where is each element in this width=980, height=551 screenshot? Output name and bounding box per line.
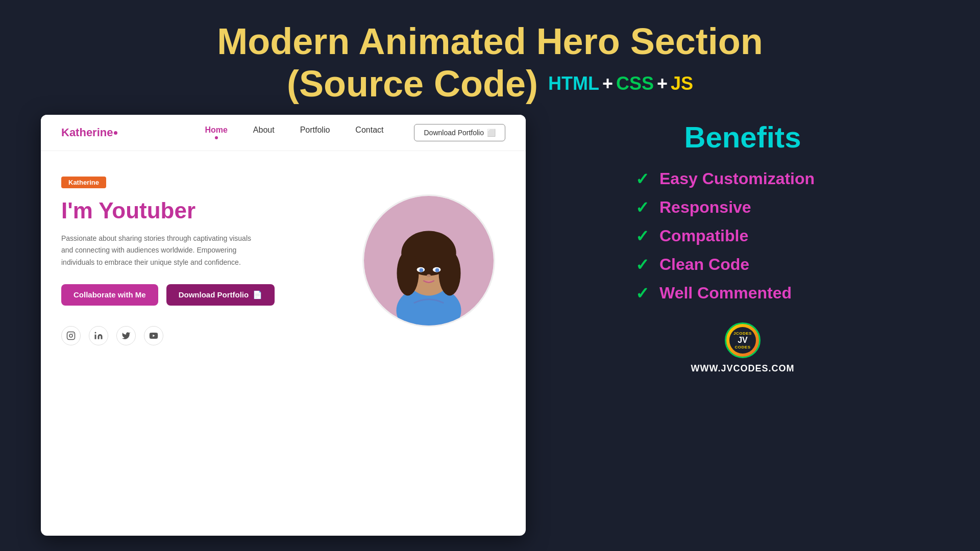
jvcodes-area: JCODES JV CODES WWW.JVCODES.COM <box>691 322 795 374</box>
benefit-text-5: Well Commented <box>659 284 792 303</box>
hero-description: Passionate about sharing stories through… <box>61 233 255 269</box>
svg-point-3 <box>95 332 96 333</box>
jvcodes-top-label: JCODES <box>733 331 752 336</box>
check-icon-2: ✓ <box>635 198 649 217</box>
content-area: Katherine Home About Portfolio Contact D… <box>0 115 980 551</box>
check-icon-4: ✓ <box>635 255 649 274</box>
check-icon-3: ✓ <box>635 227 649 246</box>
download-icon: ⬜ <box>487 129 496 137</box>
jvcodes-jv-label: JV <box>738 336 748 345</box>
benefit-item-5: ✓ Well Commented <box>635 284 850 303</box>
jvcodes-bottom-label: CODES <box>735 345 751 349</box>
page-title-line1: Modern Animated Hero Section <box>41 20 939 63</box>
instagram-icon[interactable] <box>61 326 81 345</box>
website-mockup: Katherine Home About Portfolio Contact D… <box>41 115 526 536</box>
benefits-title: Benefits <box>684 120 801 154</box>
nav-logo: Katherine <box>61 126 117 139</box>
benefits-panel: Benefits ✓ Easy Customization ✓ Responsi… <box>546 115 939 536</box>
twitter-icon[interactable] <box>116 326 136 345</box>
download-portfolio-button[interactable]: Download Portfolio 📄 <box>166 284 275 306</box>
benefit-item-1: ✓ Easy Customization <box>635 169 850 189</box>
tech-js-label: JS <box>671 73 693 94</box>
benefit-text-2: Responsive <box>659 198 751 217</box>
tech-html-label: HTML <box>548 73 599 94</box>
main-title-block: Modern Animated Hero Section (Source Cod… <box>41 20 939 105</box>
avatar-image <box>364 196 494 325</box>
mockup-navbar: Katherine Home About Portfolio Contact D… <box>41 115 526 151</box>
svg-point-11 <box>397 251 419 296</box>
hero-title-highlight: Youtuber <box>99 198 195 223</box>
tech-plus1: + <box>602 73 613 94</box>
benefit-item-4: ✓ Clean Code <box>635 255 850 274</box>
hero-section: Katherine I'm Youtuber Passionate about … <box>41 151 526 366</box>
linkedin-icon[interactable] <box>89 326 108 345</box>
svg-rect-0 <box>67 332 75 339</box>
nav-download-button[interactable]: Download Portfolio ⬜ <box>414 124 505 141</box>
tech-plus2: + <box>657 73 668 94</box>
benefit-item-3: ✓ Compatible <box>635 227 850 246</box>
benefit-text-1: Easy Customization <box>659 169 815 188</box>
hero-tag: Katherine <box>61 177 106 188</box>
hero-buttons: Collaborate with Me Download Portfolio 📄 <box>61 284 352 306</box>
hero-title: I'm Youtuber <box>61 197 352 224</box>
benefit-text-3: Compatible <box>659 227 748 245</box>
collaborate-button[interactable]: Collaborate with Me <box>61 284 158 306</box>
top-section: Modern Animated Hero Section (Source Cod… <box>0 0 980 115</box>
hero-left-content: Katherine I'm Youtuber Passionate about … <box>61 177 352 345</box>
jvcodes-inner: JCODES JV CODES <box>729 327 756 354</box>
tech-css-label: CSS <box>616 73 654 94</box>
svg-point-16 <box>435 268 439 272</box>
nav-link-home[interactable]: Home <box>205 126 227 139</box>
svg-point-15 <box>419 268 423 272</box>
title-line2: (Source Code) HTML + CSS + JS <box>41 63 939 105</box>
download-file-icon: 📄 <box>253 290 262 299</box>
svg-point-17 <box>427 274 431 278</box>
nav-link-contact[interactable]: Contact <box>355 126 383 139</box>
nav-links: Home About Portfolio Contact <box>205 126 383 139</box>
tech-stack: HTML + CSS + JS <box>548 73 693 94</box>
hero-right-avatar <box>352 194 505 327</box>
check-icon-5: ✓ <box>635 284 649 303</box>
page-title-line2: (Source Code) <box>287 63 538 105</box>
social-icons <box>61 326 352 345</box>
benefit-item-2: ✓ Responsive <box>635 198 850 217</box>
jvcodes-url: WWW.JVCODES.COM <box>691 363 795 374</box>
benefit-text-4: Clean Code <box>659 255 749 274</box>
check-icon-1: ✓ <box>635 169 649 189</box>
nav-logo-dot <box>114 131 117 135</box>
svg-point-1 <box>69 334 72 337</box>
jvcodes-badge: JCODES JV CODES <box>725 322 761 358</box>
nav-link-about[interactable]: About <box>253 126 275 139</box>
youtube-icon[interactable] <box>144 326 163 345</box>
svg-point-2 <box>72 333 74 334</box>
hero-avatar-circle <box>362 194 495 327</box>
nav-link-portfolio[interactable]: Portfolio <box>300 126 330 139</box>
svg-point-12 <box>439 251 461 296</box>
